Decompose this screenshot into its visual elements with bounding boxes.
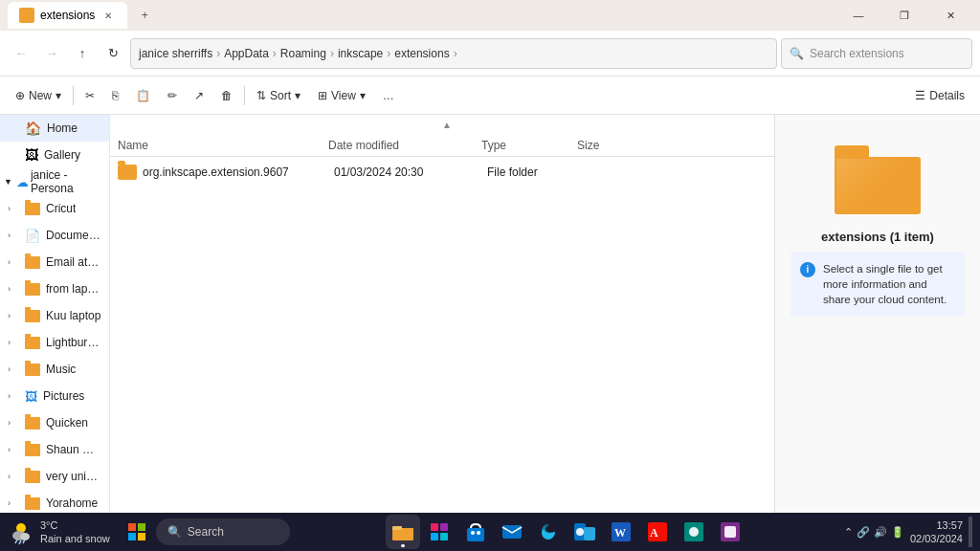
sort-button[interactable]: ⇅ Sort ▾	[249, 80, 308, 111]
taskbar-app-outlook[interactable]	[568, 515, 602, 549]
new-button[interactable]: ⊕ New ▾	[8, 80, 69, 111]
taskbar-app-edge[interactable]	[531, 515, 566, 549]
svg-point-18	[477, 531, 480, 535]
verouniq-expand: ›	[8, 472, 19, 481]
sort-label: Sort	[270, 89, 291, 102]
preview-title: extensions (1 item)	[821, 230, 934, 244]
view-button[interactable]: ⊞ View ▾	[310, 80, 373, 111]
tab-folder-icon	[19, 8, 34, 23]
tab-close-button[interactable]: ✕	[100, 8, 116, 23]
breadcrumb-roaming[interactable]: Roaming	[280, 47, 326, 60]
paste-icon: 📋	[136, 89, 150, 102]
file-name: org.inkscape.extension.9607	[143, 165, 334, 179]
taskbar-app-acrobat[interactable]: A	[640, 515, 675, 549]
sidebar-item-shaunphotos[interactable]: › Shaun Photos	[0, 436, 109, 463]
maximize-button[interactable]: ❐	[882, 0, 926, 31]
minimize-button[interactable]: —	[836, 0, 880, 31]
sidebar-item-home[interactable]: 🏠 Home	[0, 115, 109, 142]
network-icon[interactable]: 🔗	[857, 526, 870, 539]
svg-point-28	[689, 527, 699, 537]
search-box[interactable]: 🔍 Search extensions	[781, 38, 972, 69]
sidebar-item-cricut[interactable]: › Cricut	[0, 195, 109, 222]
separator-1	[73, 86, 74, 105]
delete-button[interactable]: 🗑	[213, 80, 240, 111]
rename-button[interactable]: ✏	[160, 80, 185, 111]
details-button[interactable]: ☰ Details	[907, 80, 972, 111]
verouniq-label: very uniQ Acc	[46, 470, 101, 483]
window-tab[interactable]: extensions ✕	[8, 2, 127, 29]
home-icon: 🏠	[25, 121, 41, 136]
battery-icon[interactable]: 🔋	[891, 526, 904, 539]
outlook-icon	[574, 523, 595, 540]
cut-button[interactable]: ✂	[78, 80, 102, 111]
svg-rect-19	[502, 525, 522, 539]
photos-icon	[429, 521, 450, 542]
pictures-label: Pictures	[43, 389, 84, 403]
yorahome-label: Yorahome	[46, 496, 98, 510]
music-expand: ›	[8, 364, 19, 374]
onedrive-section[interactable]: ▼ ☁ janice - Persona	[0, 168, 109, 195]
sidebar-item-fromlaptop[interactable]: › from laptop	[0, 276, 109, 302]
gallery-label: Gallery	[44, 148, 80, 162]
back-button[interactable]: ←	[8, 40, 34, 67]
taskbar-search[interactable]: 🔍 Search	[156, 518, 290, 545]
sidebar-item-email[interactable]: › Email attachm	[0, 249, 109, 276]
taskbar-app-misc2[interactable]	[713, 515, 747, 549]
taskbar-app-explorer[interactable]	[386, 515, 420, 549]
start-button[interactable]	[122, 517, 152, 547]
address-bar[interactable]: janice sherriffs › AppData › Roaming › i…	[130, 38, 777, 69]
copy-button[interactable]: ⎘	[104, 80, 126, 111]
paste-button[interactable]: 📋	[128, 80, 158, 111]
share-button[interactable]: ↗	[187, 80, 212, 111]
more-button[interactable]: …	[375, 80, 402, 111]
collapse-row[interactable]: ▲	[110, 115, 774, 134]
breadcrumb-janice[interactable]: janice sherriffs	[139, 47, 212, 60]
sidebar-item-pictures[interactable]: › 🖼 Pictures	[0, 383, 109, 409]
sidebar-item-lightburn[interactable]: › Lightburn Files	[0, 329, 109, 356]
breadcrumb-inkscape[interactable]: inkscape	[338, 47, 383, 60]
new-label: New	[29, 89, 52, 102]
forward-button[interactable]: →	[38, 40, 65, 67]
misc2-icon	[721, 522, 740, 541]
fromlaptop-folder-icon	[25, 283, 40, 296]
table-row[interactable]: org.inkscape.extension.9607 01/03/2024 2…	[110, 157, 774, 187]
sidebar-item-kuulaptop[interactable]: › Kuu laptop	[0, 302, 109, 329]
sidebar-item-verouniq[interactable]: › very uniQ Acc	[0, 463, 109, 490]
sidebar-item-quicken[interactable]: › Quicken	[0, 409, 109, 436]
column-name[interactable]: Name	[118, 139, 328, 152]
music-label: Music	[46, 363, 76, 376]
time: 13:57	[910, 518, 963, 532]
sidebar-item-gallery[interactable]: 🖼 Gallery	[0, 142, 109, 168]
clock[interactable]: 13:57 02/03/2024	[910, 518, 963, 546]
svg-rect-7	[138, 523, 145, 531]
collapse-icon: ▲	[442, 120, 452, 130]
close-button[interactable]: ✕	[928, 0, 972, 31]
sort-icon: ⇅	[256, 89, 266, 102]
column-size[interactable]: Size	[577, 139, 654, 152]
onedrive-cloud-icon: ☁	[16, 175, 29, 189]
tray-arrow[interactable]: ⌃	[844, 526, 853, 539]
show-desktop-button[interactable]	[969, 517, 972, 547]
taskbar-app-mail[interactable]	[495, 515, 529, 549]
breadcrumb-extensions[interactable]: extensions	[394, 47, 449, 60]
email-expand: ›	[8, 257, 19, 267]
new-tab-button[interactable]: +	[131, 2, 158, 29]
documents-label: Documents	[46, 229, 101, 242]
column-date[interactable]: Date modified	[328, 139, 481, 152]
quicken-expand: ›	[8, 418, 19, 428]
refresh-button[interactable]: ↻	[100, 40, 126, 67]
cricut-expand: ›	[8, 204, 19, 213]
sidebar-item-documents[interactable]: › 📄 Documents	[0, 222, 109, 249]
breadcrumb-appdata[interactable]: AppData	[224, 47, 269, 60]
taskbar-app-word[interactable]: W	[604, 515, 638, 549]
taskbar-app-photos[interactable]	[422, 515, 457, 549]
sidebar-item-music[interactable]: › Music	[0, 356, 109, 383]
column-type[interactable]: Type	[481, 139, 577, 152]
volume-icon[interactable]: 🔊	[874, 526, 887, 539]
lightburn-folder-icon	[25, 337, 40, 349]
delete-icon: 🗑	[221, 89, 233, 102]
taskbar-app-misc1[interactable]	[677, 515, 711, 549]
weather-widget[interactable]: 3°C Rain and snow	[8, 518, 110, 546]
taskbar-app-store[interactable]	[458, 515, 493, 549]
up-button[interactable]: ↑	[69, 40, 96, 67]
